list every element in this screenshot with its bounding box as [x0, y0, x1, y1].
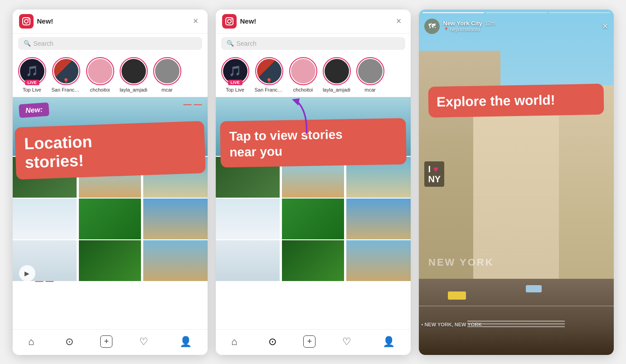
story-label-toplive-2: Top Live	[226, 87, 244, 92]
story-user-3: 🗺 New York City 12m 📍 heyricharnold	[424, 19, 496, 34]
nav-add-2[interactable]: +	[303, 335, 315, 348]
story-mcar-2[interactable]: mcar	[356, 57, 384, 92]
nav-add-1[interactable]: +	[100, 335, 112, 348]
close-btn-2[interactable]: ×	[393, 15, 404, 27]
search-bar-1[interactable]: 🔍 Search	[18, 37, 202, 50]
progress-bars	[422, 12, 610, 14]
progress-3	[548, 12, 610, 14]
svg-rect-4	[222, 14, 237, 29]
nav-heart-2[interactable]: ♡	[338, 334, 356, 349]
story-label-cho-1: chchoitoi	[90, 87, 110, 92]
location-pin-2: 📍	[265, 78, 273, 85]
phone-1: New! × 🔍 Search 🎵 LIVE Top Live	[13, 10, 208, 355]
nav-heart-1[interactable]: ♡	[135, 334, 153, 349]
story-top-live-2[interactable]: 🎵 LIVE Top Live	[221, 57, 249, 92]
arrow-svg-2	[284, 97, 320, 136]
story-avatar-3: 🗺	[424, 19, 440, 34]
car-yellow	[448, 291, 466, 300]
header-left-2: New!	[222, 14, 257, 29]
stories-row-1: 🎵 LIVE Top Live 📍 San Francisco	[13, 53, 208, 97]
nav-search-1[interactable]: ⊙	[61, 334, 78, 349]
content-area-1: New: Location stories! ▶ — — — —	[13, 97, 208, 329]
city-name: New York City	[443, 20, 482, 27]
phone-2-header: New! ×	[216, 10, 411, 34]
svg-point-3	[28, 18, 29, 19]
header-left: New!	[19, 14, 53, 29]
progress-1	[422, 12, 484, 14]
username-3: heyricharnold	[450, 27, 480, 32]
story-sf-1[interactable]: 📍 San Francisco	[52, 57, 81, 92]
story-layla-1[interactable]: layla_amjadi	[120, 57, 148, 92]
nav-search-2[interactable]: ⊙	[264, 334, 281, 349]
content-area-2: Tap to view stories near you	[216, 97, 411, 329]
new-badge-2: New!	[240, 17, 257, 25]
phone-1-header: New! ×	[13, 10, 208, 34]
username-row: 📍 heyricharnold	[443, 27, 496, 32]
story-top-live-1[interactable]: 🎵 LIVE Top Live	[18, 57, 46, 92]
bottom-nav-1: ⌂ ⊙ + ♡ 👤	[13, 329, 208, 355]
nav-home-1[interactable]: ⌂	[24, 334, 39, 349]
story-layla-2[interactable]: layla_amjadi	[323, 57, 351, 92]
story-sf-2[interactable]: 📍 San Francisco	[255, 57, 284, 92]
bottom-nav-2: ⌂ ⊙ + ♡ 👤	[216, 329, 411, 355]
live-badge-1: LIVE	[24, 80, 39, 85]
svg-marker-8	[292, 98, 300, 106]
nav-profile-1[interactable]: 👤	[175, 334, 196, 349]
search-icon-1: 🔍	[24, 40, 31, 47]
story-mcar-1[interactable]: mcar	[153, 57, 181, 92]
story-cho-2[interactable]: chchoitoi	[289, 57, 317, 92]
story-header-3: 🗺 New York City 12m 📍 heyricharnold ×	[419, 16, 614, 37]
nav-home-2[interactable]: ⌂	[227, 334, 242, 349]
crosswalk	[467, 320, 565, 327]
story-cho-1[interactable]: chchoitoi	[86, 57, 114, 92]
new-badge-1: New!	[37, 17, 53, 25]
story-time: 12m	[485, 20, 495, 27]
story-label-sf-1: San Francisco	[52, 87, 81, 92]
search-bar-2[interactable]: 🔍 Search	[221, 37, 405, 50]
svg-point-7	[231, 18, 232, 19]
search-text-2: Search	[237, 40, 257, 47]
ny-badge: I ♥NY	[424, 161, 444, 187]
phone-2: New! × 🔍 Search 🎵 LIVE Top Live 📍 Sa	[216, 10, 411, 355]
city-row: New York City 12m	[443, 20, 496, 27]
instagram-logo-2	[222, 14, 237, 29]
nav-profile-2[interactable]: 👤	[378, 334, 399, 349]
story-label-layla-1: layla_amjadi	[120, 87, 147, 92]
story-label-mcar-2: mcar	[364, 87, 375, 92]
car-blue	[526, 285, 542, 292]
instagram-logo	[19, 14, 34, 29]
bottom-location: • NEW YORK, NEW YORK	[422, 322, 482, 327]
close-btn-1[interactable]: ×	[190, 15, 201, 27]
progress-2	[485, 12, 547, 14]
phone-3: 🗺 New York City 12m 📍 heyricharnold ×	[419, 10, 614, 355]
stories-row-2: 🎵 LIVE Top Live 📍 San Francisco chchoito…	[216, 53, 411, 97]
nyc-text: NEW YORK	[428, 257, 494, 268]
story-label-layla-2: layla_amjadi	[323, 87, 350, 92]
cityscape-bg: NEW YORK I ♥NY	[419, 10, 614, 355]
svg-rect-0	[19, 14, 34, 29]
live-badge-2: LIVE	[228, 80, 242, 85]
story-label-cho-2: chchoitoi	[293, 87, 313, 92]
story-label-sf-2: San Francisco	[255, 87, 284, 92]
search-icon-2: 🔍	[227, 40, 234, 47]
story-meta-3: New York City 12m 📍 heyricharnold	[443, 20, 496, 32]
close-btn-3[interactable]: ×	[602, 20, 608, 32]
location-pin-1: 📍	[62, 78, 70, 85]
phones-container: New! × 🔍 Search 🎵 LIVE Top Live	[4, 0, 623, 364]
search-text-1: Search	[34, 40, 53, 47]
location-pin-3: 📍	[443, 27, 449, 32]
story-label-mcar-1: mcar	[161, 87, 172, 92]
explore-label: Explore the world!	[428, 84, 604, 118]
story-label-toplive-1: Top Live	[23, 87, 41, 92]
